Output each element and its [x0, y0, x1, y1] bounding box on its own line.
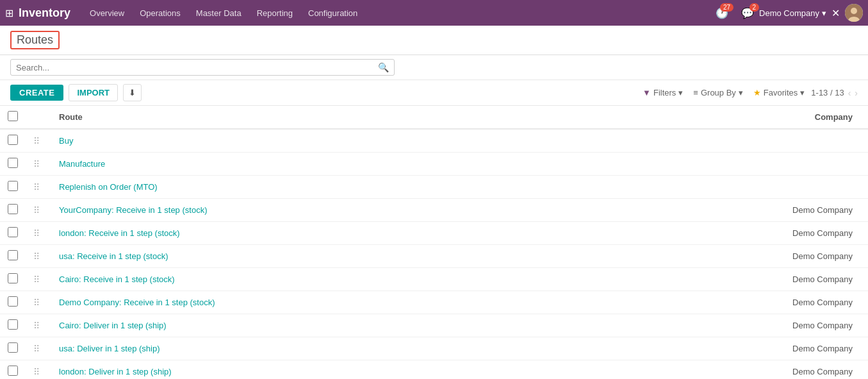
row-checkbox[interactable] [8, 342, 18, 353]
route-link[interactable]: Cairo: Receive in 1 step (stock) [59, 274, 175, 284]
drag-handle-icon[interactable]: ⠿ [33, 251, 40, 262]
filters-chevron: ▾ [678, 88, 683, 97]
route-link[interactable]: Buy [59, 136, 73, 146]
search-icon[interactable]: 🔍 [378, 62, 389, 72]
route-link[interactable]: Manufacture [59, 159, 105, 169]
table-row: ⠿ Buy [0, 129, 868, 153]
svg-point-1 [851, 8, 857, 14]
route-cell: Buy [51, 129, 601, 153]
page-title: Routes [10, 31, 60, 49]
row-checkbox[interactable] [8, 319, 18, 330]
row-checkbox[interactable] [8, 227, 18, 237]
select-all-checkbox[interactable] [8, 111, 18, 121]
filters-button[interactable]: ▼ Filters ▾ [639, 86, 687, 99]
table-row: ⠿ usa: Receive in 1 step (stock) Demo Co… [0, 245, 868, 268]
company-cell: Demo Company [601, 360, 868, 380]
create-button[interactable]: CREATE [10, 85, 63, 101]
row-checkbox-cell [0, 153, 26, 176]
drag-handle-icon[interactable]: ⠿ [33, 159, 40, 169]
company-cell [601, 129, 868, 153]
route-link[interactable]: Replenish on Order (MTO) [59, 182, 158, 192]
route-cell: Replenish on Order (MTO) [51, 176, 601, 199]
route-cell: usa: Receive in 1 step (stock) [51, 245, 601, 268]
row-checkbox[interactable] [8, 135, 18, 145]
filter-icon: ▼ [643, 88, 651, 97]
company-cell: Demo Company [601, 268, 868, 291]
route-link[interactable]: london: Deliver in 1 step (ship) [59, 367, 172, 376]
company-column-header: Company [601, 106, 868, 129]
route-link[interactable]: usa: Deliver in 1 step (ship) [59, 344, 160, 353]
avatar[interactable] [845, 4, 863, 22]
navbar-right: 🕐 27 💬 2 Demo Company ▾ ✕ [716, 4, 863, 22]
row-checkbox[interactable] [8, 204, 18, 214]
star-icon: ★ [753, 88, 761, 97]
route-link[interactable]: YourCompany: Receive in 1 step (stock) [59, 205, 207, 215]
select-all-header [0, 106, 26, 129]
table-row: ⠿ Cairo: Receive in 1 step (stock) Demo … [0, 268, 868, 291]
table-row: ⠿ london: Receive in 1 step (stock) Demo… [0, 222, 868, 245]
route-cell: Demo Company: Receive in 1 step (stock) [51, 291, 601, 314]
import-button[interactable]: IMPORT [69, 84, 118, 101]
search-input[interactable] [16, 63, 378, 72]
route-link[interactable]: Cairo: Deliver in 1 step (ship) [59, 321, 167, 330]
nav-item-reporting[interactable]: Reporting [250, 6, 299, 21]
next-page-button[interactable]: › [855, 88, 858, 98]
row-checkbox[interactable] [8, 250, 18, 260]
company-cell: Demo Company [601, 222, 868, 245]
drag-handle-icon[interactable]: ⠿ [33, 228, 40, 239]
drag-cell: ⠿ [26, 176, 51, 199]
drag-cell: ⠿ [26, 291, 51, 314]
route-link[interactable]: Demo Company: Receive in 1 step (stock) [59, 298, 215, 307]
close-icon[interactable]: ✕ [831, 7, 840, 19]
clock-badge[interactable]: 🕐 27 [716, 7, 728, 19]
row-checkbox-cell [0, 268, 26, 291]
drag-handle-icon[interactable]: ⠿ [33, 344, 40, 354]
nav-item-operations[interactable]: Operations [133, 6, 187, 21]
favorites-label: Favorites [764, 88, 798, 97]
row-checkbox[interactable] [8, 273, 18, 283]
table-row: ⠿ Cairo: Deliver in 1 step (ship) Demo C… [0, 314, 868, 337]
table-row: ⠿ Replenish on Order (MTO) [0, 176, 868, 199]
nav-item-overview[interactable]: Overview [83, 6, 131, 21]
chat-count: 2 [749, 3, 760, 12]
row-checkbox[interactable] [8, 181, 18, 191]
route-column-header: Route [51, 106, 601, 129]
drag-handle-icon[interactable]: ⠿ [33, 321, 40, 331]
drag-handle-icon[interactable]: ⠿ [33, 136, 40, 146]
download-icon: ⬇ [129, 88, 136, 97]
drag-handle-icon[interactable]: ⠿ [33, 182, 40, 192]
drag-cell: ⠿ [26, 129, 51, 153]
drag-handle-icon[interactable]: ⠿ [33, 367, 40, 377]
company-switcher[interactable]: Demo Company ▾ [759, 8, 826, 18]
route-link[interactable]: usa: Receive in 1 step (stock) [59, 251, 168, 261]
row-checkbox[interactable] [8, 296, 18, 307]
row-checkbox-cell [0, 291, 26, 314]
chat-badge[interactable]: 💬 2 [741, 7, 754, 19]
drag-handle-icon[interactable]: ⠿ [33, 205, 40, 215]
search-bar-row: 🔍 [0, 55, 868, 80]
company-cell: Demo Company [601, 314, 868, 337]
nav-item-masterdata[interactable]: Master Data [190, 6, 248, 21]
download-button[interactable]: ⬇ [123, 84, 142, 101]
groupby-button[interactable]: ≡ Group By ▾ [689, 86, 747, 99]
drag-handle-icon[interactable]: ⠿ [33, 274, 40, 285]
nav-menu: Overview Operations Master Data Reportin… [83, 6, 713, 21]
route-link[interactable]: london: Receive in 1 step (stock) [59, 228, 180, 238]
prev-page-button[interactable]: ‹ [848, 88, 851, 98]
pagination: 1-13 / 13 ‹ › [811, 88, 858, 98]
row-checkbox[interactable] [8, 366, 18, 376]
groupby-label: Group By [701, 88, 736, 97]
grid-icon[interactable]: ⊞ [5, 7, 13, 19]
nav-item-configuration[interactable]: Configuration [302, 6, 364, 21]
route-cell: Cairo: Receive in 1 step (stock) [51, 268, 601, 291]
company-cell [601, 153, 868, 176]
favorites-button[interactable]: ★ Favorites ▾ [749, 86, 808, 99]
row-checkbox-cell [0, 222, 26, 245]
navbar: ⊞ Inventory Overview Operations Master D… [0, 0, 868, 26]
company-name: Demo Company [759, 8, 819, 18]
drag-handle-icon[interactable]: ⠿ [33, 298, 40, 308]
drag-cell: ⠿ [26, 222, 51, 245]
row-checkbox-cell [0, 245, 26, 268]
row-checkbox[interactable] [8, 158, 18, 168]
table-row: ⠿ usa: Deliver in 1 step (ship) Demo Com… [0, 337, 868, 360]
